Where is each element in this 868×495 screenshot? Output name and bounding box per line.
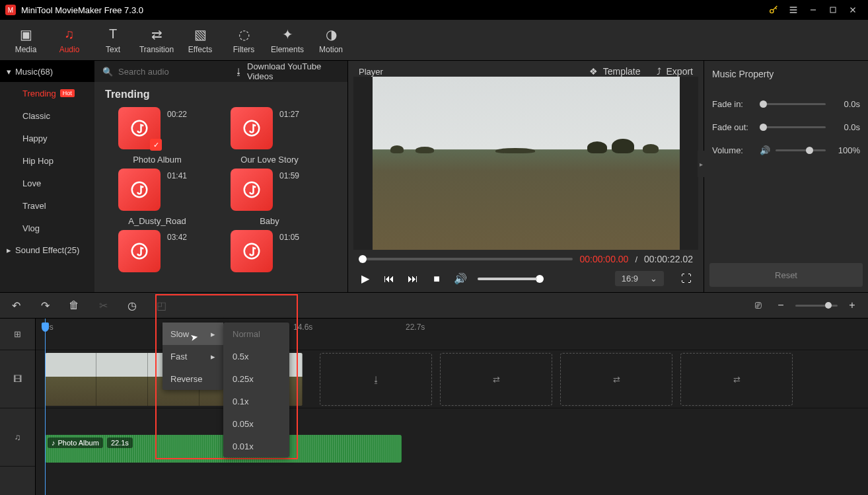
search-input[interactable] [118, 67, 229, 77]
category-classic[interactable]: Classic [0, 104, 94, 127]
speed-submenu: Normal 0.5x 0.25x 0.1x 0.05x 0.01x [223, 323, 289, 457]
category-travel[interactable]: Travel [0, 194, 94, 217]
empty-clip-slot[interactable]: ⇄ [440, 353, 552, 406]
audio-item[interactable]: 01:41A_Dusty_Road [101, 169, 213, 226]
audio-thumb[interactable] [118, 169, 161, 211]
delete-button[interactable]: 🗑 [66, 299, 82, 311]
audio-thumb[interactable] [231, 107, 273, 149]
split-button[interactable]: ✂ [95, 299, 111, 312]
prev-frame-button[interactable]: ⏮ [382, 273, 396, 285]
titlebar: M MiniTool MovieMaker Free 7.3.0 [0, 0, 868, 20]
fade-in-slider[interactable] [760, 103, 826, 105]
audio-item[interactable]: 01:59Baby [213, 169, 326, 226]
tab-text[interactable]: TText [92, 22, 133, 58]
tab-filters[interactable]: ◌Filters [223, 22, 264, 58]
svg-point-0 [770, 9, 774, 13]
volume-slider[interactable] [478, 278, 544, 280]
audio-item[interactable]: 01:27Our Love Story [213, 107, 326, 165]
player-panel: Player ❖Template ⤴Export 00:00:00.00 [348, 61, 704, 292]
tab-media[interactable]: ▣Media [5, 22, 46, 58]
close-button[interactable] [843, 0, 863, 20]
redo-button[interactable]: ↷ [37, 299, 53, 312]
minimize-button[interactable] [803, 0, 823, 20]
menu-icon[interactable] [783, 0, 803, 20]
app-logo: M [5, 5, 16, 15]
tab-audio[interactable]: ♫Audio [49, 22, 90, 58]
play-button[interactable]: ▶ [359, 272, 372, 285]
stop-button[interactable]: ■ [430, 273, 443, 285]
export-button[interactable]: ⤴Export [657, 66, 693, 77]
audio-duration: 01:41 [167, 171, 187, 180]
audio-item[interactable]: 01:05 [213, 230, 326, 278]
add-track-button[interactable]: ⊞ [0, 319, 35, 350]
empty-clip-slot[interactable]: ⇄ [680, 353, 793, 406]
audio-thumb[interactable] [231, 230, 273, 272]
category-happy[interactable]: Happy [0, 127, 94, 149]
audio-track[interactable]: ♪Photo Album 22.1s [36, 408, 868, 467]
speed-0-25x[interactable]: 0.25x [223, 367, 289, 390]
tab-elements[interactable]: ✦Elements [267, 22, 308, 58]
zoom-slider[interactable] [795, 305, 838, 307]
volume-icon[interactable]: 🔊 [454, 272, 467, 285]
video-track[interactable]: ⭳ ⇄ ⇄ ⇄ [36, 350, 868, 408]
fade-in-value: 0.0s [831, 99, 860, 109]
license-key-icon[interactable] [764, 0, 783, 20]
audio-track-header[interactable]: ♫ [0, 408, 35, 467]
speed-0-01x[interactable]: 0.01x [223, 435, 289, 457]
speed-button[interactable]: ◷ [124, 299, 140, 312]
svg-point-7 [244, 244, 260, 259]
category-hiphop[interactable]: Hip Hop [0, 149, 94, 172]
category-trending[interactable]: TrendingHot [0, 82, 94, 104]
empty-clip-slot[interactable]: ⇄ [560, 353, 672, 406]
maximize-button[interactable] [823, 0, 843, 20]
speed-reverse-item[interactable]: Reverse [163, 367, 223, 390]
time-ruler[interactable]: 0s 14.6s 22.7s [36, 319, 868, 350]
category-love[interactable]: Love [0, 172, 94, 194]
audio-thumb[interactable] [231, 169, 273, 211]
video-preview[interactable] [373, 77, 680, 250]
speed-0-05x[interactable]: 0.05x [223, 412, 289, 435]
template-button[interactable]: ❖Template [589, 66, 641, 77]
empty-clip-slot[interactable]: ⭳ [320, 353, 432, 406]
svg-point-5 [244, 182, 260, 198]
video-track-header[interactable]: 🎞 [0, 350, 35, 408]
category-vlog[interactable]: Vlog [0, 217, 94, 239]
main-toolbar: ▣Media ♫Audio TText ⇄Transition ▧Effects… [0, 20, 868, 61]
tab-motion[interactable]: ◑Motion [310, 22, 351, 58]
zoom-out-button[interactable]: − [773, 299, 789, 311]
tab-effects[interactable]: ▧Effects [180, 22, 221, 58]
speed-fast-item[interactable]: Fast▸ [163, 345, 223, 367]
timeline: ⊞ 🎞 ♫ 0s 14.6s 22.7s ⭳ ⇄ ⇄ ⇄ ♪Photo Albu… [0, 319, 868, 495]
category-music-header[interactable]: ▾Music(68) [0, 61, 94, 82]
fit-timeline-icon[interactable]: ⎚ [750, 299, 766, 311]
fullscreen-button[interactable]: ⛶ [680, 273, 693, 285]
zoom-in-button[interactable]: + [844, 299, 860, 311]
audio-name: Baby [213, 216, 326, 226]
playhead[interactable] [45, 319, 46, 495]
download-icon: ⭳ [372, 375, 380, 385]
fade-out-slider[interactable] [760, 126, 826, 128]
app-title: MiniTool MovieMaker Free 7.3.0 [21, 5, 764, 15]
category-soundeffect-header[interactable]: ▸Sound Effect(25) [0, 239, 94, 260]
transition-icon: ⇄ [151, 26, 163, 42]
speed-0-5x[interactable]: 0.5x [223, 345, 289, 367]
audio-item[interactable]: 03:42 [101, 230, 213, 278]
undo-button[interactable]: ↶ [8, 299, 24, 312]
collapse-panel-button[interactable]: ▸ [698, 151, 704, 177]
audio-thumb[interactable]: ✓ [118, 107, 161, 149]
audio-thumb[interactable] [118, 230, 161, 272]
next-frame-button[interactable]: ⏭ [406, 273, 419, 285]
aspect-ratio-select[interactable]: 16:9⌄ [615, 271, 664, 286]
chevron-right-icon: ▸ [7, 245, 11, 255]
download-youtube-link[interactable]: ⭳Download YouTube Videos [235, 61, 340, 81]
prop-volume-slider[interactable] [776, 149, 826, 151]
audio-name: Our Love Story [213, 155, 326, 165]
timeline-toolbar: ↶ ↷ 🗑 ✂ ◷ ◰ ⎚ − + [0, 292, 868, 319]
seek-slider[interactable] [359, 258, 573, 260]
speed-0-1x[interactable]: 0.1x [223, 390, 289, 412]
tab-transition[interactable]: ⇄Transition [136, 22, 177, 58]
audio-item[interactable]: ✓00:22Photo Album [101, 107, 213, 165]
crop-button[interactable]: ◰ [153, 299, 169, 312]
reset-button[interactable]: Reset [709, 263, 863, 287]
speed-normal[interactable]: Normal [223, 323, 289, 345]
